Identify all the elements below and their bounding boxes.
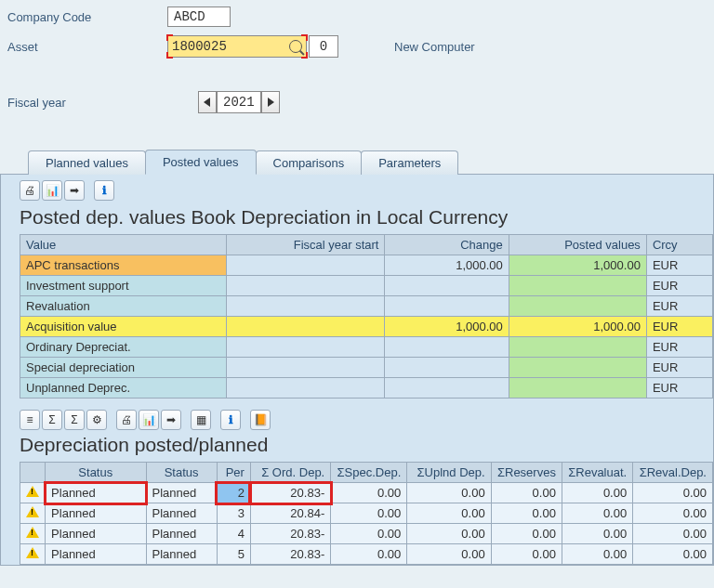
status-icon-cell [20, 524, 46, 544]
row-label: Acquisition value [20, 317, 227, 337]
tab-posted-values[interactable]: Posted values [145, 150, 257, 175]
asset-label: Asset [7, 40, 167, 54]
fiscal-year-label: Fiscal year [7, 96, 198, 110]
col-revdep[interactable]: ΣReval.Dep. [633, 463, 713, 483]
col-value[interactable]: Value [20, 235, 227, 255]
table-row[interactable]: Special depreciationEUR [20, 358, 713, 378]
cell: 1,000.00 [509, 255, 646, 276]
layout-button[interactable]: ▦ [191, 410, 211, 430]
sum-button[interactable]: Σ [42, 410, 62, 430]
table-row[interactable]: Investment supportEUR [20, 276, 713, 296]
cell: 4 [217, 524, 250, 544]
col-reval[interactable]: ΣRevaluat. [562, 463, 632, 483]
year-prev-button[interactable] [198, 91, 217, 113]
col-posted[interactable]: Posted values [509, 235, 646, 255]
cell: 0.00 [562, 524, 632, 544]
cell [385, 378, 509, 399]
col-status2[interactable]: Status [146, 463, 217, 483]
cell [509, 378, 646, 399]
print2-button[interactable]: 🖨 [116, 410, 137, 430]
cell: 1,000.00 [509, 317, 646, 337]
sort-button[interactable]: ≡ [20, 410, 40, 430]
cell: 1,000.00 [385, 317, 509, 337]
col-res[interactable]: ΣReserves [491, 463, 562, 483]
cell: 0.00 [331, 524, 407, 544]
cell: 0.00 [633, 544, 713, 565]
cell: 0.00 [407, 483, 491, 503]
col-ord[interactable]: Σ Ord. Dep. [250, 463, 330, 483]
cell [227, 276, 385, 296]
cell: EUR [646, 317, 712, 337]
send-button[interactable]: ➡ [64, 180, 85, 201]
table-row[interactable]: Unplanned Deprec.EUR [20, 378, 713, 399]
year-next-button[interactable] [261, 91, 280, 113]
row-label: Ordinary Depreciat. [20, 337, 227, 358]
col-fy-start[interactable]: Fiscal year start [227, 235, 385, 255]
cell: Planned [146, 524, 217, 544]
col-status1[interactable]: Status [46, 463, 146, 483]
cell [385, 276, 509, 296]
tab-comparisons[interactable]: Comparisons [256, 150, 363, 175]
posted-values-toolbar: 🖨 📊 ➡ ℹ [1, 175, 713, 204]
cell [227, 358, 385, 378]
col-status-icon[interactable] [20, 463, 46, 483]
cell: 20.84- [250, 503, 330, 524]
table-row[interactable]: PlannedPlanned320.84-0.000.000.000.000.0… [20, 503, 713, 524]
col-change[interactable]: Change [385, 235, 509, 255]
asset-input[interactable]: 1800025 [167, 35, 307, 58]
cell: 0.00 [407, 524, 491, 544]
cell: 20.83- [250, 524, 330, 544]
cell [227, 337, 385, 358]
search-icon[interactable] [289, 40, 302, 53]
cell: Planned [46, 524, 146, 544]
export-button[interactable]: 📊 [42, 180, 62, 201]
cell: 0.00 [633, 503, 713, 524]
cell: Planned [146, 503, 217, 524]
table-row[interactable]: APC transactions1,000.001,000.00EUR [20, 255, 713, 276]
cell: 0.00 [562, 503, 632, 524]
cell [385, 337, 509, 358]
fiscal-year-input[interactable]: 2021 [217, 91, 261, 113]
dep-plan-title: Depreciation posted/planned [1, 432, 713, 462]
cell: 0.00 [491, 524, 562, 544]
cell: Planned [46, 503, 146, 524]
export2-button[interactable]: 📊 [139, 410, 159, 430]
cell: 0.00 [562, 544, 632, 565]
cell: 0.00 [491, 503, 562, 524]
col-per[interactable]: Per [217, 463, 250, 483]
col-upl[interactable]: ΣUplnd Dep. [407, 463, 491, 483]
cell: 20.83- [250, 544, 330, 565]
table-row[interactable]: Ordinary Depreciat.EUR [20, 337, 713, 358]
dep-plan-toolbar: ≡ Σ Σ ⚙ 🖨 📊 ➡ ▦ ℹ 📙 [1, 404, 713, 432]
print-button[interactable]: 🖨 [20, 180, 40, 201]
subtotal-button[interactable]: Σ [64, 410, 85, 430]
cell: EUR [646, 358, 712, 378]
tab-planned-values[interactable]: Planned values [28, 150, 146, 175]
warning-icon [26, 486, 39, 497]
posted-values-panel: 🖨 📊 ➡ ℹ Posted dep. values Book Deprecia… [0, 175, 714, 566]
table-row[interactable]: PlannedPlanned220.83-0.000.000.000.000.0… [20, 483, 713, 503]
warning-icon [26, 527, 39, 538]
row-label: Investment support [20, 276, 227, 296]
cell: 0.00 [491, 483, 562, 503]
warning-icon [26, 547, 39, 558]
asset-subnumber-input[interactable]: 0 [309, 35, 338, 58]
col-crcy[interactable]: Crcy [646, 235, 712, 255]
cell: EUR [646, 276, 712, 296]
filter-button[interactable]: ⚙ [86, 410, 107, 430]
table-row[interactable]: Acquisition value1,000.001,000.00EUR [20, 317, 713, 337]
cell: 0.00 [633, 483, 713, 503]
company-code-input[interactable]: ABCD [167, 7, 231, 27]
info-button[interactable]: ℹ [94, 180, 114, 201]
info2-button[interactable]: ℹ [220, 410, 241, 430]
asset-description: New Computer [394, 40, 475, 54]
table-row[interactable]: PlannedPlanned520.83-0.000.000.000.000.0… [20, 544, 713, 565]
tab-parameters[interactable]: Parameters [361, 150, 458, 175]
send2-button[interactable]: ➡ [161, 410, 181, 430]
col-spec[interactable]: ΣSpec.Dep. [331, 463, 407, 483]
table-row[interactable]: PlannedPlanned420.83-0.000.000.000.000.0… [20, 524, 713, 544]
table-row[interactable]: RevaluationEUR [20, 296, 713, 317]
cell: 0.00 [407, 544, 491, 565]
doc-button[interactable]: 📙 [250, 410, 271, 430]
cell [385, 358, 509, 378]
